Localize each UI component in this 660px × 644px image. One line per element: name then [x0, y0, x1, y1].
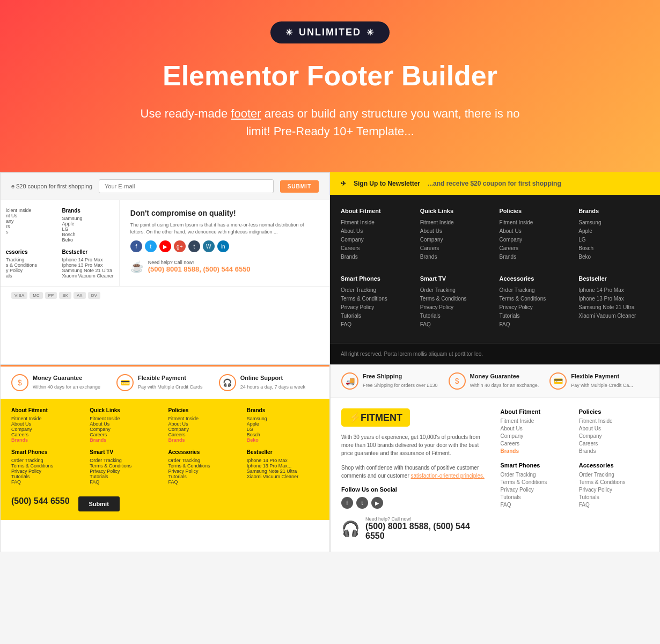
- dark-link[interactable]: Privacy Policy: [341, 304, 412, 310]
- dark-link[interactable]: Careers: [420, 245, 491, 251]
- dark-link[interactable]: Careers: [500, 245, 570, 251]
- feature-free-shipping: 🚚 Free Shipping Free Shipping for orders…: [341, 372, 438, 390]
- dark-link[interactable]: Brands: [341, 254, 412, 260]
- brand-col-about-title: About Fitment: [501, 408, 570, 415]
- dark-link[interactable]: Tutorials: [341, 313, 412, 319]
- brand-link[interactable]: Tutorials: [501, 494, 570, 500]
- dark-link[interactable]: Privacy Policy: [500, 304, 570, 310]
- dark-col-smartphones: Smart Phones Order Tracking Terms & Cond…: [341, 275, 412, 330]
- brand-link[interactable]: Company: [579, 433, 649, 439]
- main-title: Don't compromise on quality!: [130, 209, 319, 217]
- brand-link[interactable]: Tutorials: [579, 494, 649, 500]
- googleplus-icon[interactable]: g+: [174, 240, 186, 252]
- dark-link[interactable]: Brands: [500, 254, 570, 260]
- dark-link[interactable]: FAQ: [420, 321, 491, 327]
- dark-link[interactable]: Fitment Inside: [341, 219, 412, 225]
- brand-link[interactable]: Fitment Inside: [579, 418, 649, 424]
- brand-link[interactable]: Privacy Policy: [579, 487, 649, 493]
- brand-link[interactable]: Careers: [579, 441, 649, 447]
- brand-link[interactable]: Privacy Policy: [501, 487, 570, 493]
- newsletter-bar-yellow: ✈ Sign Up to Newsletter ...and receive $…: [330, 172, 660, 195]
- flexible-right-text: Flexible Payment Pay with Multiple Credi…: [571, 373, 633, 389]
- dark-link[interactable]: About Us: [420, 228, 491, 234]
- wordpress-icon[interactable]: W: [203, 240, 215, 252]
- dark-link[interactable]: Order Tracking: [420, 287, 491, 293]
- dark-col-quicklinks: Quick Links Fitment Inside About Us Comp…: [420, 208, 491, 262]
- dark-link[interactable]: Iphone 14 Pro Max: [578, 287, 649, 293]
- dark-col-smarttv: Smart TV Order Tracking Terms & Conditio…: [420, 275, 491, 330]
- dark-link[interactable]: Iphone 13 Pro Max: [578, 296, 649, 302]
- flexible-payment-text: Flexible Payment Pay with Multiple Credi…: [138, 375, 203, 391]
- dark-footer-cols-2: Smart Phones Order Tracking Terms & Cond…: [330, 275, 660, 343]
- dark-link[interactable]: Fitment Inside: [500, 219, 570, 225]
- yellow-col-smarttv: Smart TV Order Tracking Terms & Conditio…: [90, 449, 162, 485]
- brand-link[interactable]: Careers: [501, 441, 570, 447]
- dark-link[interactable]: Careers: [341, 245, 412, 251]
- brand-footer-content: ⚡FITMENT With 30 years of experience, ge…: [331, 398, 659, 552]
- dark-link[interactable]: Brands: [420, 254, 491, 260]
- dark-link[interactable]: Bosch: [578, 245, 649, 251]
- dark-link[interactable]: Order Tracking: [500, 287, 570, 293]
- brand-call: 🎧 Need help? Call now! (500) 8001 8588, …: [341, 516, 490, 541]
- youtube-icon[interactable]: ▶: [159, 240, 171, 252]
- brand-link[interactable]: About Us: [501, 426, 570, 431]
- dark-link[interactable]: Terms & Conditions: [341, 296, 412, 302]
- brand-link[interactable]: FAQ: [579, 502, 649, 508]
- brand-fb-icon[interactable]: f: [341, 497, 353, 509]
- dark-link[interactable]: Samsung: [578, 219, 649, 225]
- dark-link[interactable]: Samsung Note 21 Ultra: [578, 304, 649, 310]
- left-bottom-panel: $ Money Guarantee Within 40 days for an …: [0, 364, 330, 552]
- yellow-col-bestseller-2-title: Bestseller: [247, 449, 319, 455]
- newsletter-title: Sign Up to Newsletter: [354, 180, 420, 187]
- email-input[interactable]: [99, 179, 274, 193]
- brand-link[interactable]: FAQ: [501, 502, 570, 508]
- twitter-icon[interactable]: t: [145, 240, 157, 252]
- dark-col-bestseller-title: Bestseller: [578, 275, 649, 282]
- online-support-subtitle: 24 hours a day, 7 days a week: [240, 384, 305, 390]
- dark-link[interactable]: LG: [578, 237, 649, 243]
- brand-link[interactable]: Brands: [501, 448, 570, 454]
- brand-link[interactable]: Company: [501, 433, 570, 439]
- dark-link[interactable]: Terms & Conditions: [420, 296, 491, 302]
- dark-link[interactable]: FAQ: [341, 321, 412, 327]
- dark-link[interactable]: About Us: [500, 228, 570, 234]
- principles-link[interactable]: satisfaction-oriented principles.: [411, 473, 485, 479]
- dark-link[interactable]: Beko: [578, 254, 649, 260]
- submit-button[interactable]: SUBMIT: [280, 180, 319, 193]
- brand-social: f t ▶: [341, 497, 490, 509]
- brand-link[interactable]: Order Tracking: [579, 472, 649, 478]
- dark-link[interactable]: Company: [420, 237, 491, 243]
- dark-link[interactable]: About Us: [341, 228, 412, 234]
- dark-col-brands: Brands Samsung Apple LG Bosch Beko: [578, 208, 649, 262]
- brand-link[interactable]: Brands: [579, 448, 649, 454]
- dark-col-accessories-title: Accessories: [500, 275, 570, 282]
- brand-link[interactable]: Terms & Conditions: [579, 479, 649, 485]
- dark-link[interactable]: Xiaomi Vacuum Cleaner: [578, 313, 649, 319]
- dark-link[interactable]: Fitment Inside: [420, 219, 491, 225]
- facebook-icon[interactable]: f: [130, 240, 142, 252]
- brand-link[interactable]: Fitment Inside: [501, 418, 570, 424]
- brand-link[interactable]: About Us: [579, 426, 649, 431]
- brand-col-policies-title: Policies: [579, 408, 649, 415]
- dark-link[interactable]: Tutorials: [420, 313, 491, 319]
- tumblr-icon[interactable]: t: [188, 240, 200, 252]
- brand-yt-icon[interactable]: ▶: [371, 497, 383, 509]
- dark-link[interactable]: Company: [500, 237, 570, 243]
- dark-link[interactable]: Privacy Policy: [420, 304, 491, 310]
- brand-link[interactable]: Terms & Conditions: [501, 479, 570, 485]
- brand-desc-1: With 30 years of experience, get 10,000'…: [341, 433, 490, 457]
- dark-footer-bottom: All right reserved. Porta lorem mollis a…: [330, 343, 660, 364]
- dark-link[interactable]: FAQ: [500, 321, 570, 327]
- brand-link[interactable]: Order Tracking: [501, 472, 570, 478]
- dark-link[interactable]: Apple: [578, 228, 649, 234]
- dark-link[interactable]: Order Tracking: [341, 287, 412, 293]
- brand-tw-icon[interactable]: t: [356, 497, 368, 509]
- linkedin-icon[interactable]: in: [217, 240, 229, 252]
- footer-main-content: Don't compromise on quality! The point o…: [120, 200, 329, 286]
- feature-money-guarantee: $ Money Guarantee Within 40 days for an …: [11, 374, 100, 391]
- dark-link[interactable]: Company: [341, 237, 412, 243]
- dark-link[interactable]: Terms & Conditions: [500, 296, 570, 302]
- submit-button-yellow[interactable]: Submit: [78, 496, 120, 511]
- brand-call-label: Need help? Call now!: [365, 516, 490, 522]
- dark-link[interactable]: Tutorials: [500, 313, 570, 319]
